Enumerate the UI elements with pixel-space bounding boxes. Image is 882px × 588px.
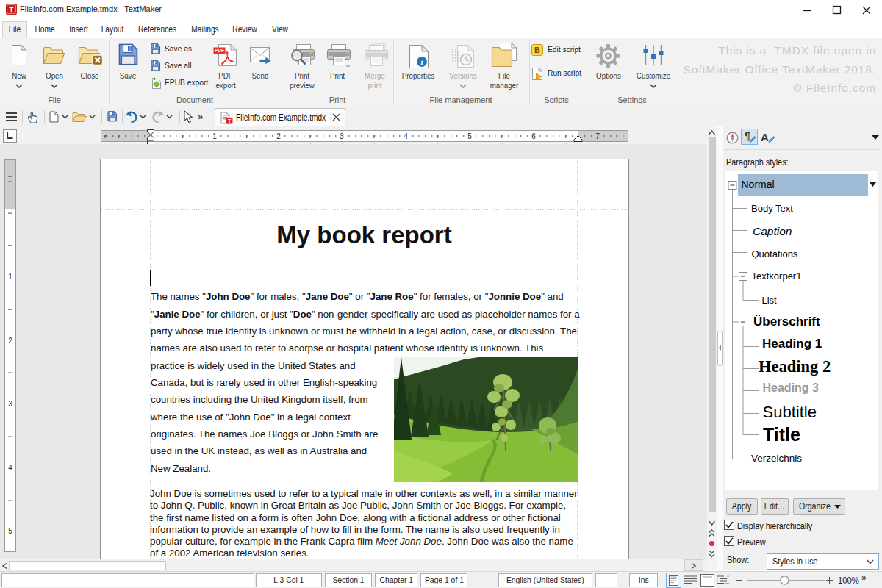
svg-text:B: B [534, 46, 540, 54]
svg-text:T: T [228, 118, 232, 123]
svg-text:PDF: PDF [215, 48, 224, 53]
svg-text:T: T [9, 5, 13, 13]
